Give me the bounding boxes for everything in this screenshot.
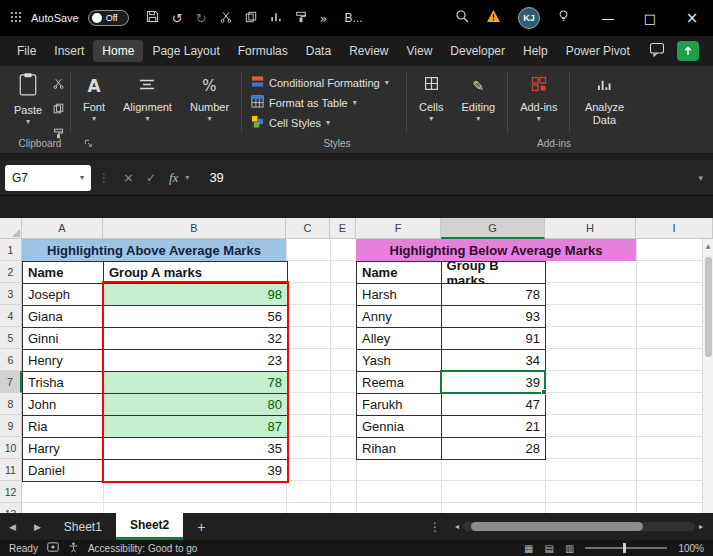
cell-A8[interactable]: John bbox=[23, 394, 104, 416]
dialog-launcher-icon[interactable] bbox=[84, 139, 93, 150]
font-group-button[interactable]: A Font ▾ bbox=[74, 69, 114, 123]
col-header-F[interactable]: F bbox=[356, 218, 441, 239]
cell-B9[interactable]: 87 bbox=[104, 416, 288, 438]
row-header-5[interactable]: 5 bbox=[0, 327, 22, 349]
add-sheet-button[interactable]: + bbox=[183, 519, 219, 535]
cell-A9[interactable]: Ria bbox=[23, 416, 104, 438]
col-header-G[interactable]: G bbox=[441, 218, 545, 239]
conditional-formatting-button[interactable]: Conditional Formatting ▾ bbox=[251, 75, 397, 90]
tab-file[interactable]: File bbox=[8, 40, 45, 62]
maximize-button[interactable]: □ bbox=[629, 0, 671, 36]
col-header-B[interactable]: B bbox=[103, 218, 286, 239]
vertical-scrollbar[interactable]: ▲ bbox=[702, 239, 713, 513]
cell-styles-button[interactable]: Cell Styles ▾ bbox=[251, 115, 397, 130]
tab-review[interactable]: Review bbox=[340, 40, 397, 62]
banner-above-average[interactable]: Highlighting Above Average Marks bbox=[22, 239, 286, 261]
cell-F6[interactable]: Yash bbox=[357, 350, 442, 372]
sheet-nav-left-icon[interactable]: ◀ bbox=[0, 522, 25, 532]
zoom-level[interactable]: 100% bbox=[678, 543, 704, 554]
row-header-4[interactable]: 4 bbox=[0, 305, 22, 327]
cell-A5[interactable]: Ginni bbox=[23, 328, 104, 350]
scrollbar-thumb[interactable] bbox=[471, 522, 643, 531]
format-painter-icon[interactable] bbox=[295, 11, 307, 26]
cell-F8[interactable]: Farukh bbox=[357, 394, 442, 416]
col-header-E[interactable]: E bbox=[330, 218, 356, 239]
fill-handle[interactable] bbox=[541, 389, 547, 395]
paste-button[interactable]: Paste ▾ bbox=[6, 69, 50, 126]
page-layout-view-icon[interactable]: ▤ bbox=[545, 543, 554, 554]
tab-formulas[interactable]: Formulas bbox=[229, 40, 297, 62]
alignment-group-button[interactable]: Alignment ▾ bbox=[114, 69, 181, 123]
cell-B11[interactable]: 39 bbox=[104, 460, 288, 482]
copy-icon[interactable] bbox=[53, 100, 64, 118]
col-header-I[interactable]: I bbox=[636, 218, 713, 239]
cell-B2[interactable]: Group A marks bbox=[104, 262, 288, 284]
selected-cell-outline[interactable] bbox=[440, 370, 546, 394]
tab-developer[interactable]: Developer bbox=[441, 40, 514, 62]
expand-formula-bar-icon[interactable]: ▾ bbox=[698, 173, 703, 183]
scrollbar-thumb[interactable] bbox=[705, 257, 712, 357]
cancel-icon[interactable]: × bbox=[123, 170, 134, 185]
tab-insert[interactable]: Insert bbox=[45, 40, 93, 62]
sheet-options-icon[interactable]: ⋮ bbox=[423, 520, 447, 534]
cell-B7[interactable]: 78 bbox=[104, 372, 288, 394]
insert-function-icon[interactable]: fx bbox=[169, 170, 178, 186]
page-break-view-icon[interactable]: ▥ bbox=[565, 543, 574, 554]
tab-power-pivot[interactable]: Power Pivot bbox=[557, 40, 639, 62]
name-box[interactable]: G7 ▾ bbox=[5, 165, 91, 191]
row-header-13[interactable]: 13 bbox=[0, 503, 22, 513]
cell-B5[interactable]: 32 bbox=[104, 328, 288, 350]
analyze-data-button[interactable]: Analyze Data bbox=[573, 69, 635, 127]
row-header-11[interactable]: 11 bbox=[0, 459, 22, 481]
col-header-C[interactable]: C bbox=[286, 218, 330, 239]
cell-F7[interactable]: Reema bbox=[357, 372, 442, 394]
zoom-slider-handle[interactable] bbox=[623, 543, 626, 553]
lightbulb-icon[interactable] bbox=[557, 9, 570, 27]
scroll-right-icon[interactable]: ▸ bbox=[695, 522, 707, 531]
row-header-10[interactable]: 10 bbox=[0, 437, 22, 459]
cell-B8[interactable]: 80 bbox=[104, 394, 288, 416]
cell-G5[interactable]: 91 bbox=[442, 328, 546, 350]
alert-icon[interactable] bbox=[486, 9, 501, 27]
row-header-7[interactable]: 7 bbox=[0, 371, 22, 393]
row-header-8[interactable]: 8 bbox=[0, 393, 22, 415]
addins-button[interactable]: Add-ins ▾ bbox=[511, 69, 566, 123]
row-header-3[interactable]: 3 bbox=[0, 283, 22, 305]
row-header-12[interactable]: 12 bbox=[0, 481, 22, 503]
row-header-2[interactable]: 2 bbox=[0, 261, 22, 283]
search-icon[interactable] bbox=[455, 9, 469, 27]
tab-page-layout[interactable]: Page Layout bbox=[143, 40, 228, 62]
scrollbar-track[interactable] bbox=[463, 522, 695, 531]
sheet-nav-right-icon[interactable]: ▶ bbox=[25, 522, 50, 532]
cells-group-button[interactable]: Cells ▾ bbox=[410, 69, 452, 123]
scroll-up-icon[interactable]: ▲ bbox=[706, 239, 711, 249]
cell-F5[interactable]: Alley bbox=[357, 328, 442, 350]
tab-home[interactable]: Home bbox=[93, 40, 143, 62]
normal-view-icon[interactable]: ▦ bbox=[524, 543, 533, 554]
accessibility-icon[interactable] bbox=[68, 542, 79, 555]
sheet-tab-sheet1[interactable]: Sheet1 bbox=[50, 513, 116, 540]
tab-view[interactable]: View bbox=[398, 40, 442, 62]
cut-icon[interactable] bbox=[220, 11, 232, 26]
cell-A3[interactable]: Joseph bbox=[23, 284, 104, 306]
col-header-A[interactable]: A bbox=[22, 218, 103, 239]
comments-icon[interactable] bbox=[649, 42, 665, 61]
enter-icon[interactable]: ✓ bbox=[146, 171, 156, 185]
cell-G2[interactable]: Group B marks bbox=[442, 262, 546, 284]
undo-icon[interactable]: ↺ bbox=[172, 11, 183, 26]
cell-A2[interactable]: Name bbox=[23, 262, 104, 284]
cell-B6[interactable]: 23 bbox=[104, 350, 288, 372]
cell-G4[interactable]: 93 bbox=[442, 306, 546, 328]
minimize-button[interactable]: — bbox=[587, 0, 629, 36]
share-icon[interactable] bbox=[677, 41, 699, 61]
format-as-table-button[interactable]: Format as Table ▾ bbox=[251, 95, 397, 110]
horizontal-scrollbar[interactable]: ◂ ▸ bbox=[451, 522, 707, 531]
editing-group-button[interactable]: ✎ Editing ▾ bbox=[453, 69, 505, 123]
cell-F4[interactable]: Anny bbox=[357, 306, 442, 328]
number-group-button[interactable]: % Number ▾ bbox=[181, 69, 238, 123]
cell-G10[interactable]: 28 bbox=[442, 438, 546, 460]
close-button[interactable]: × bbox=[671, 0, 713, 36]
zoom-slider[interactable] bbox=[585, 547, 667, 549]
autosave-toggle[interactable]: Off bbox=[88, 10, 129, 26]
cell-F3[interactable]: Harsh bbox=[357, 284, 442, 306]
